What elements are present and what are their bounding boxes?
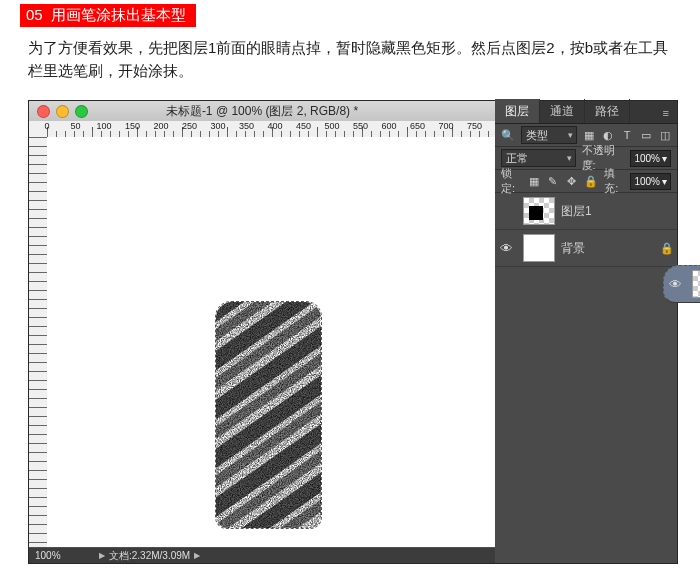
ruler-label: 400 — [267, 121, 282, 131]
visibility-toggle-icon[interactable]: 👁 — [495, 241, 517, 256]
layer-name[interactable]: 背景 — [561, 240, 657, 257]
selection-marquee — [215, 301, 322, 529]
blend-mode-select[interactable]: 正常 — [501, 149, 576, 167]
horizontal-ruler: 0501001502002503003504004505005506006507… — [29, 121, 495, 138]
chevron-right-icon[interactable]: ▶ — [194, 551, 200, 560]
layer-row[interactable]: 图层1 — [495, 193, 677, 230]
panel-menu-icon[interactable]: ≡ — [655, 103, 677, 123]
lock-all-icon[interactable]: 🔒 — [584, 173, 598, 189]
brushed-area — [216, 302, 321, 528]
chevron-right-icon[interactable]: ▶ — [99, 551, 105, 560]
step-number: 05 — [26, 6, 43, 23]
ruler-label: 300 — [210, 121, 225, 131]
layers-panel: 图层 通道 路径 ≡ 🔍 类型 ▦ ◐ T ▭ ◫ 正常 不透明度: 100%▾… — [495, 101, 677, 563]
layer-thumbnail[interactable] — [523, 234, 555, 262]
ruler-label: 500 — [324, 121, 339, 131]
filter-kind-icon[interactable]: 🔍 — [501, 129, 515, 142]
ruler-label: 0 — [44, 121, 49, 131]
lock-transparent-icon[interactable]: ▦ — [527, 173, 540, 189]
blend-row: 正常 不透明度: 100%▾ — [495, 147, 677, 170]
ruler-label: 550 — [353, 121, 368, 131]
layer-thumbnail[interactable] — [523, 197, 555, 225]
window-title: 未标题-1 @ 100% (图层 2, RGB/8) * — [29, 103, 495, 120]
instruction-text: 为了方便看效果，先把图层1前面的眼睛点掉，暂时隐藏黑色矩形。然后点图层2，按b或… — [28, 36, 672, 83]
ruler-label: 250 — [182, 121, 197, 131]
layer-name[interactable]: 图层1 — [561, 203, 657, 220]
vertical-ruler — [29, 137, 48, 547]
ruler-label: 750 — [467, 121, 482, 131]
doc-size-label: 文档: — [109, 549, 132, 563]
doc-size-value: 2.32M/3.09M — [132, 550, 190, 561]
photoshop-window: 未标题-1 @ 100% (图层 2, RGB/8) * 05010015020… — [28, 100, 678, 564]
tab-channels[interactable]: 通道 — [540, 99, 585, 123]
layer-row[interactable]: 👁图层 2 — [663, 265, 700, 303]
ruler-label: 700 — [438, 121, 453, 131]
step-header: 05 用画笔涂抹出基本型 — [20, 4, 196, 27]
ruler-label: 450 — [296, 121, 311, 131]
layer-row[interactable]: 👁背景🔒 — [495, 230, 677, 267]
ruler-label: 100 — [96, 121, 111, 131]
status-bar: 100% ▶ 文档: 2.32M/3.09M ▶ — [29, 548, 495, 563]
document-canvas[interactable] — [47, 137, 495, 547]
visibility-toggle-icon[interactable]: 👁 — [664, 277, 686, 292]
ruler-label: 650 — [410, 121, 425, 131]
layer-list: 👁图层 2图层1👁背景🔒 — [495, 193, 677, 267]
lock-icon: 🔒 — [657, 242, 677, 255]
opacity-field[interactable]: 100%▾ — [630, 150, 671, 167]
fill-label: 填充: — [604, 166, 624, 196]
panel-tabs: 图层 通道 路径 ≡ — [495, 101, 677, 124]
filter-kind-select[interactable]: 类型 — [521, 126, 577, 144]
step-title: 用画笔涂抹出基本型 — [51, 6, 186, 23]
ruler-label: 150 — [125, 121, 140, 131]
window-titlebar: 未标题-1 @ 100% (图层 2, RGB/8) * — [29, 101, 495, 122]
ruler-label: 350 — [239, 121, 254, 131]
filter-adjust-icon[interactable]: ◐ — [602, 127, 615, 143]
svg-rect-4 — [216, 302, 321, 528]
fill-field[interactable]: 100%▾ — [630, 173, 671, 190]
filter-shape-icon[interactable]: ▭ — [639, 127, 652, 143]
layer-thumbnail[interactable] — [692, 270, 700, 298]
ruler-label: 50 — [70, 121, 80, 131]
lock-label: 锁定: — [501, 166, 521, 196]
tab-layers[interactable]: 图层 — [495, 99, 540, 123]
filter-text-icon[interactable]: T — [621, 127, 634, 143]
filter-pixel-icon[interactable]: ▦ — [583, 127, 596, 143]
ruler-label: 600 — [381, 121, 396, 131]
ruler-label: 200 — [153, 121, 168, 131]
lock-row: 锁定: ▦ ✎ ✥ 🔒 填充: 100%▾ — [495, 170, 677, 193]
filter-smart-icon[interactable]: ◫ — [658, 127, 671, 143]
lock-paint-icon[interactable]: ✎ — [546, 173, 559, 189]
tab-paths[interactable]: 路径 — [585, 99, 630, 123]
lock-move-icon[interactable]: ✥ — [565, 173, 578, 189]
zoom-level[interactable]: 100% — [29, 550, 95, 561]
